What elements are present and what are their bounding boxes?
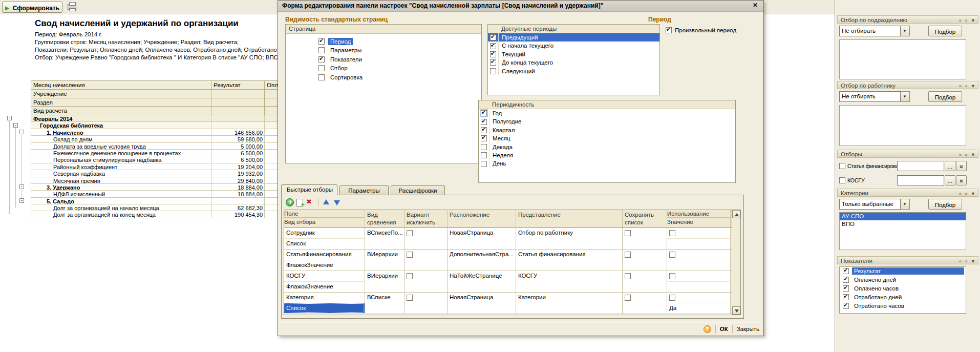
combo-value[interactable]: Не отбирать [839,91,901,102]
close-button[interactable]: Закрыть [737,326,759,332]
expander-icon[interactable] [19,198,24,203]
vertical-scrollbar[interactable] [732,210,740,315]
employee-list[interactable] [839,105,966,146]
close-icon[interactable] [751,2,760,10]
move-up-icon[interactable] [322,198,330,206]
checkbox[interactable] [669,295,675,301]
expander-icon[interactable] [19,184,24,189]
section-header-department[interactable]: Отбор по подразделнию [837,15,978,24]
expander-icon[interactable] [19,130,24,134]
move-down-icon[interactable] [333,198,341,206]
section-header-indicators[interactable]: Показатели [837,256,978,264]
chevron-down-icon[interactable] [901,199,910,210]
filter-row[interactable]: СтатьяФинансированияФлажокЗначение ВИера… [284,250,732,271]
categories-pick-button[interactable]: Подбор [928,199,962,210]
periodicity-item[interactable]: Месяц [479,134,735,142]
period-item[interactable]: До конца текущего [488,58,659,67]
checkbox[interactable] [481,135,487,141]
custom-period-option[interactable]: Произвольный период [666,27,736,33]
section-header-filters[interactable]: Отборы [837,150,978,158]
collapse-icons[interactable] [959,190,976,196]
ellipsis-button[interactable]: ... [945,161,955,171]
checkbox[interactable] [318,38,325,45]
tab-drilldowns[interactable]: Расшифровки [391,185,445,195]
report-row[interactable]: Районный коэффициент 19 204,00 [31,163,278,170]
funding-value-field[interactable] [897,161,944,171]
checkbox[interactable] [407,230,413,236]
kosgu-value-field[interactable] [897,175,944,185]
checkbox[interactable] [481,119,487,125]
checkbox[interactable] [843,303,849,309]
checkbox[interactable] [318,56,325,63]
period-item[interactable]: Текущий [488,50,659,58]
report-row[interactable]: 3. Удержано 18 884,00 [31,184,278,191]
department-pick-button[interactable]: Подбор [928,26,962,36]
checkbox[interactable] [625,273,631,279]
periodicity-item[interactable]: Год [479,109,735,117]
collapse-icons[interactable] [959,17,976,23]
checkbox[interactable] [490,68,496,74]
filter-row[interactable]: КОСГУФлажокЗначение ВИерархии НаТойЖеСтр… [284,271,732,293]
report-row[interactable]: Городская библиотека [31,122,278,129]
filter-kind[interactable]: Список [284,238,365,249]
help-icon[interactable] [704,325,711,333]
checkbox[interactable] [843,285,849,292]
checkbox[interactable] [481,161,487,167]
ok-button[interactable]: ОК [720,326,728,332]
tab-parameters[interactable]: Параметры [339,185,389,195]
checkbox[interactable] [318,65,325,71]
employee-mode-combo[interactable]: Не отбирать [839,91,910,102]
filter-kind[interactable]: ФлажокЗначение [284,260,365,270]
periodicity-item[interactable]: Неделя [479,151,735,159]
checkbox[interactable] [318,74,325,80]
filter-kind[interactable]: Список [284,303,365,313]
page-item[interactable]: Период [286,37,481,46]
checkbox[interactable] [843,294,849,300]
expander-icon[interactable] [13,123,18,128]
report-row[interactable]: Ежемесячное денежное поощрение в процент… [31,150,278,156]
tab-quick-filters[interactable]: Быстрые отборы [281,184,337,195]
collapse-icons[interactable] [959,258,976,264]
checkbox[interactable] [407,252,413,258]
indicator-item[interactable]: Оплачено дней [840,276,966,284]
page-item[interactable]: Параметры [286,46,481,55]
expander-icon[interactable] [7,116,12,120]
checkbox[interactable] [318,47,325,53]
periodicity-item[interactable]: Квартал [479,126,735,134]
checkbox[interactable] [490,43,496,49]
section-header-employee[interactable]: Отбор по работнику [837,81,978,89]
checkbox[interactable] [490,51,496,57]
checkbox[interactable] [490,34,496,40]
report-row[interactable]: Долг за организацией на начало месяца 62… [31,204,278,211]
add-copy-icon[interactable] [296,199,303,206]
periodicity-item[interactable]: Декада [479,143,735,151]
dialog-titlebar[interactable]: Форма редактирования панели настроек "Св… [278,1,763,12]
ellipsis-button[interactable]: ... [945,175,955,185]
checkbox[interactable] [481,110,487,116]
chevron-down-icon[interactable] [901,26,910,36]
report-row[interactable]: Долг за организацией на конец месяца 190… [31,211,278,218]
delete-icon[interactable] [306,198,314,206]
checkbox[interactable] [669,252,675,258]
print-icon[interactable] [68,4,76,10]
indicator-item[interactable]: Отработано часов [840,301,966,310]
checkbox[interactable] [625,230,631,236]
collapse-icons[interactable] [959,82,976,89]
combo-value[interactable]: Не отбирать [839,26,901,36]
checkbox[interactable] [481,127,487,133]
checkbox[interactable] [666,27,672,33]
department-list[interactable] [839,39,966,79]
report-row[interactable]: Персональная стимулирующая надбавка 6 50… [31,156,278,163]
category-item[interactable]: ВПО [840,220,966,228]
report-row[interactable]: Доплата за вредные условия труда 5 000,0… [31,143,278,150]
periodicity-item[interactable]: Полугодие [479,117,735,126]
clear-icon[interactable]: ✕ [956,175,967,185]
checkbox[interactable] [490,59,496,66]
clear-icon[interactable]: ✕ [956,161,967,171]
report-row[interactable]: Северная надбавка 19 932,00 [31,170,278,177]
page-item[interactable]: Показатели [286,55,481,64]
period-item[interactable]: Предыдущий [488,33,659,42]
period-item[interactable]: С начала текущего [488,42,659,50]
report-row[interactable]: Февраль 2014 [31,115,278,122]
page-item[interactable]: Сортировка [286,73,481,82]
